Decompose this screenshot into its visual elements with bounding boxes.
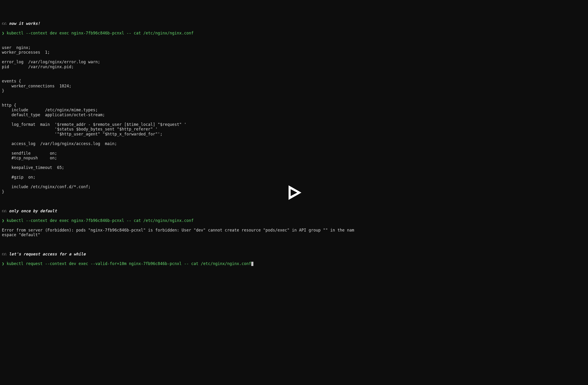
prompt-mark-2: ❯ bbox=[2, 218, 4, 223]
prompt-mark-1: ❯ bbox=[2, 31, 4, 35]
command-2: kubectl --context dev exec nginx-7fb96c8… bbox=[7, 218, 194, 223]
comment-1: now it works! bbox=[9, 21, 40, 26]
prompt-mark-3: ❯ bbox=[2, 261, 4, 266]
output-block-1: user nginx; worker_processes 1; error_lo… bbox=[2, 40, 586, 194]
prompt-line-1: ❯ kubectl --context dev exec nginx-7fb96… bbox=[2, 31, 586, 36]
comment-line-3: ⎌⎌ let's request access for a while bbox=[2, 252, 586, 257]
error-output: Error from server (Forbidden): pods "ngi… bbox=[2, 228, 586, 237]
command-1: kubectl --context dev exec nginx-7fb96c8… bbox=[7, 31, 194, 35]
prompt-line-3: ❯ kubectl request --context dev exec --v… bbox=[2, 261, 586, 266]
command-3: kubectl request --context dev exec --val… bbox=[7, 261, 251, 266]
glyph-1: ⎌⎌ bbox=[2, 21, 7, 26]
play-button[interactable] bbox=[285, 174, 303, 211]
comment-line-1: ⎌⎌ now it works! bbox=[2, 21, 586, 26]
glyph-3: ⎌⎌ bbox=[2, 252, 7, 256]
prompt-line-2: ❯ kubectl --context dev exec nginx-7fb96… bbox=[2, 218, 586, 223]
comment-2: only once by default bbox=[9, 208, 57, 213]
glyph-2: ⎌⎌ bbox=[2, 208, 7, 213]
comment-3: let's request access for a while bbox=[9, 252, 86, 256]
spacer-2 bbox=[2, 242, 586, 247]
play-icon bbox=[285, 184, 303, 201]
cursor bbox=[251, 262, 253, 266]
